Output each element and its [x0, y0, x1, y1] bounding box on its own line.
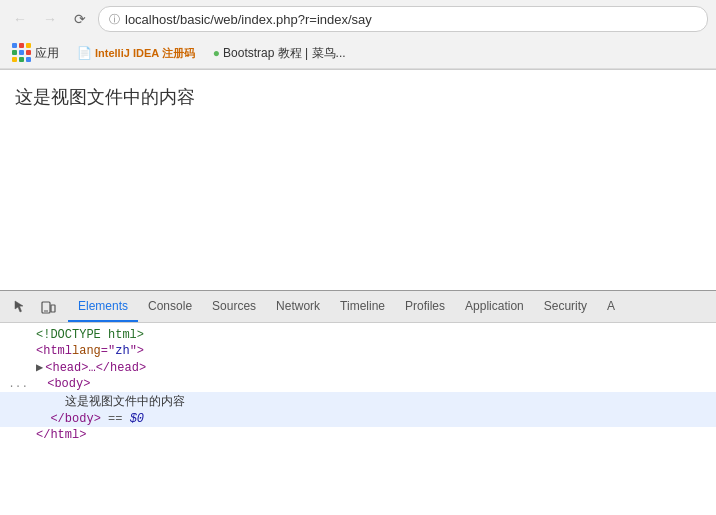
- devtools-elements-panel: <!DOCTYPE html> <html lang="zh"> ▶<head>…: [0, 323, 716, 510]
- code-head-collapsed[interactable]: ▶<head>…</head>: [0, 359, 716, 376]
- tab-profiles[interactable]: Profiles: [395, 291, 455, 322]
- bootstrap-label: Bootstrap 教程 | 菜鸟...: [223, 45, 345, 62]
- tab-audits[interactable]: A: [597, 291, 625, 322]
- bookmark-bootstrap[interactable]: ● Bootstrap 教程 | 菜鸟...: [209, 43, 350, 64]
- device-toggle-button[interactable]: [36, 295, 60, 319]
- code-body-content: 这是视图文件中的内容: [0, 392, 716, 411]
- reload-button[interactable]: ⟳: [68, 7, 92, 31]
- nav-bar: ← → ⟳ ⓘ localhost/basic/web/index.php?r=…: [0, 0, 716, 38]
- page-main-text: 这是视图文件中的内容: [15, 85, 701, 109]
- bookmark-apps[interactable]: 应用: [8, 41, 63, 65]
- lock-icon: ⓘ: [109, 12, 120, 27]
- code-html-close: </html>: [0, 427, 716, 443]
- url-text: localhost/basic/web/index.php?r=index/sa…: [125, 12, 372, 27]
- forward-button[interactable]: →: [38, 7, 62, 31]
- svg-rect-1: [51, 305, 55, 312]
- inspect-element-button[interactable]: [8, 295, 32, 319]
- tab-console[interactable]: Console: [138, 291, 202, 322]
- devtools-toolbar: Elements Console Sources Network Timelin…: [0, 291, 716, 323]
- bookmarks-bar: 应用 📄 IntelliJ IDEA 注册码 ● Bootstrap 教程 | …: [0, 38, 716, 69]
- apps-grid-icon: [12, 43, 32, 63]
- code-body-close: </body> == $0: [0, 411, 716, 427]
- apps-label: 应用: [35, 45, 59, 62]
- body-content-text: 这是视图文件中的内容: [36, 393, 185, 410]
- code-html-open: <html lang="zh">: [0, 343, 716, 359]
- code-body-open: ... <body>: [0, 376, 716, 392]
- tab-sources[interactable]: Sources: [202, 291, 266, 322]
- tab-timeline[interactable]: Timeline: [330, 291, 395, 322]
- gutter-dots: ...: [8, 378, 28, 390]
- html-open-tag: <: [36, 344, 43, 358]
- tab-network[interactable]: Network: [266, 291, 330, 322]
- expand-body-arrow: [36, 377, 43, 391]
- intellij-label: IntelliJ IDEA 注册码: [95, 46, 195, 61]
- devtools-tabs: Elements Console Sources Network Timelin…: [68, 291, 708, 322]
- url-path: /basic/web/index.php?r=index/say: [176, 12, 371, 27]
- browser-chrome: ← → ⟳ ⓘ localhost/basic/web/index.php?r=…: [0, 0, 716, 70]
- bootstrap-icon: ●: [213, 46, 220, 60]
- tab-application[interactable]: Application: [455, 291, 534, 322]
- bookmark-intellij[interactable]: 📄 IntelliJ IDEA 注册码: [73, 44, 199, 63]
- back-button[interactable]: ←: [8, 7, 32, 31]
- address-bar[interactable]: ⓘ localhost/basic/web/index.php?r=index/…: [98, 6, 708, 32]
- tab-security[interactable]: Security: [534, 291, 597, 322]
- expand-head-arrow[interactable]: ▶: [36, 360, 43, 375]
- tab-elements[interactable]: Elements: [68, 291, 138, 322]
- code-doctype: <!DOCTYPE html>: [0, 327, 716, 343]
- page-content-area: 这是视图文件中的内容: [0, 70, 716, 290]
- doctype-text: <!DOCTYPE html>: [36, 328, 144, 342]
- file-icon: 📄: [77, 46, 92, 60]
- devtools-panel: Elements Console Sources Network Timelin…: [0, 290, 716, 510]
- url-host: localhost: [125, 12, 176, 27]
